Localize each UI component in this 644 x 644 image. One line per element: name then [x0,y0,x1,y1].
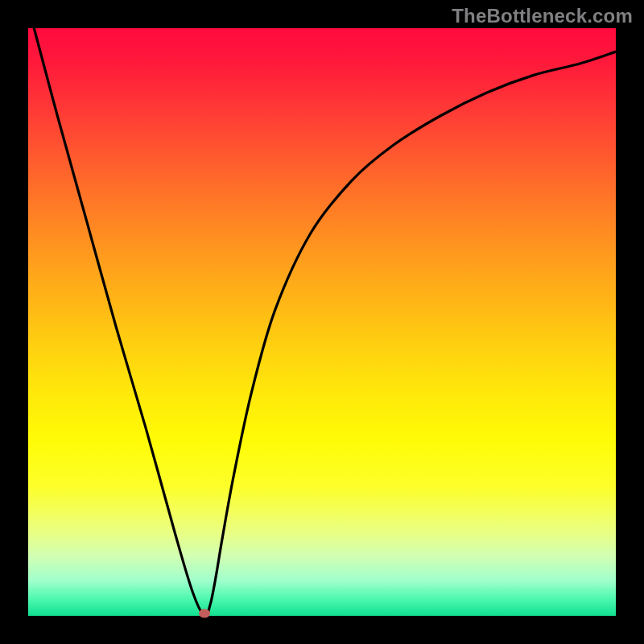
optimum-marker [199,609,210,618]
plot-area [28,28,616,616]
chart-frame: TheBottleneck.com [0,0,644,644]
bottleneck-curve [28,28,616,616]
watermark-text: TheBottleneck.com [452,5,633,27]
